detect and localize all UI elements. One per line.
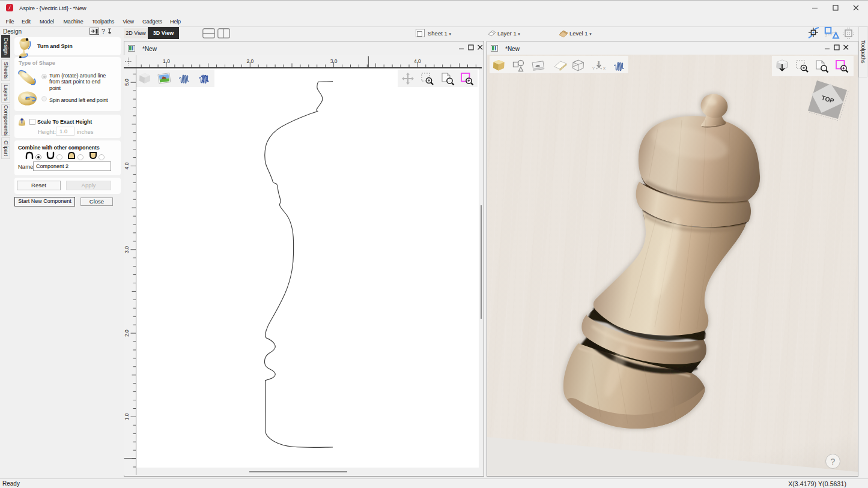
svg-text:?: ? (102, 28, 105, 35)
